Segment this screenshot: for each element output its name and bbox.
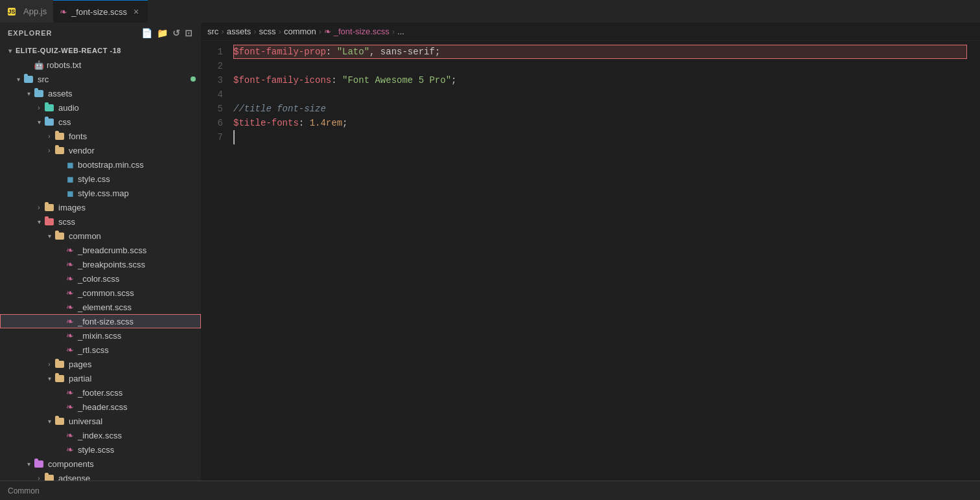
code-line-3: $font-family-icons: "Font Awesome 5 Pro"… (233, 73, 967, 87)
audio-arrow (34, 102, 44, 113)
editor-area: src › assets › scss › common › ❧ _font-s… (201, 23, 980, 481)
sidebar-item-mixin-scss[interactable]: ❧ _mixin.scss (0, 328, 201, 343)
sidebar-item-style-scss[interactable]: ❧ style.scss (0, 442, 201, 457)
partial-arrow (44, 373, 54, 383)
sidebar-item-rtl-scss[interactable]: ❧ _rtl.scss (0, 343, 201, 357)
src-arrow (13, 74, 23, 84)
color-scss-label: _color.scss (78, 274, 119, 284)
bootstrap-css-icon: ◼ (65, 159, 75, 170)
collapse-all-icon[interactable]: ⊡ (185, 28, 193, 38)
common-label: common (69, 231, 101, 241)
sidebar-header: EXPLORER 📄 📁 ↺ ⊡ (0, 23, 201, 43)
element-scss-icon: ❧ (65, 302, 75, 312)
universal-arrow (44, 416, 54, 426)
scss-label: scss (58, 217, 75, 227)
sidebar-item-robots[interactable]: 🤖 robots.txt (0, 58, 201, 72)
new-file-icon[interactable]: 📄 (141, 28, 153, 38)
images-folder-icon (44, 202, 54, 212)
code-editor[interactable]: 1 2 3 4 5 6 7 $font-family-prop: "Lato",… (201, 41, 980, 481)
project-arrow (5, 45, 16, 56)
bottom-panel: Common (0, 481, 980, 500)
no-arrow-el (54, 302, 65, 312)
sidebar-item-adsense[interactable]: adsense (0, 471, 201, 481)
element-scss-label: _element.scss (78, 302, 132, 312)
bottom-label: Common (8, 486, 40, 495)
sidebar-header-icons: 📄 📁 ↺ ⊡ (141, 28, 193, 38)
sidebar-item-images[interactable]: images (0, 200, 201, 214)
sidebar-title: EXPLORER (8, 29, 52, 37)
rtl-scss-icon: ❧ (65, 345, 75, 355)
sidebar-item-bootstrap[interactable]: ◼ bootstrap.min.css (0, 157, 201, 172)
sidebar-item-style-css[interactable]: ◼ style.css (0, 172, 201, 186)
sidebar-content: ELITE-QUIZ-WEB-REACT -18 🤖 robots.txt sr… (0, 43, 201, 481)
tab-app-js[interactable]: JS App.js (0, 0, 53, 23)
components-arrow (23, 459, 34, 469)
pages-arrow (44, 359, 54, 369)
audio-folder-icon (44, 102, 54, 113)
common-scss-icon: ❧ (65, 288, 75, 298)
footer-scss-label: _footer.scss (78, 388, 122, 398)
sidebar-item-index-scss[interactable]: ❧ _index.scss (0, 428, 201, 442)
breadcrumb-scss: scss (259, 27, 276, 36)
tab-font-size-scss-label: _font-size.scss (71, 7, 127, 17)
partial-label: partial (69, 374, 91, 383)
sidebar-item-breadcrumb-scss[interactable]: ❧ _breadcrumb.scss (0, 243, 201, 257)
sidebar-item-color-scss[interactable]: ❧ _color.scss (0, 271, 201, 286)
code-line-7 (233, 130, 967, 144)
robots-icon: 🤖 (34, 60, 44, 70)
sidebar-item-font-size-scss[interactable]: ❧ _font-size.scss (0, 314, 201, 328)
new-folder-icon[interactable]: 📁 (157, 28, 169, 38)
sidebar-item-pages[interactable]: pages (0, 357, 201, 371)
breakpoints-scss-label: _breakpoints.scss (78, 260, 145, 269)
font-size-scss-icon: ❧ (65, 316, 75, 326)
sidebar-item-element-scss[interactable]: ❧ _element.scss (0, 300, 201, 314)
sidebar-item-src[interactable]: src (0, 72, 201, 86)
breadcrumb: src › assets › scss › common › ❧ _font-s… (201, 23, 980, 41)
code-var-3: $font-family-icons (233, 73, 331, 87)
sidebar-item-footer-scss[interactable]: ❧ _footer.scss (0, 385, 201, 400)
refresh-icon[interactable]: ↺ (172, 28, 181, 38)
sidebar-item-css[interactable]: css (0, 115, 201, 129)
line-numbers: 1 2 3 4 5 6 7 (201, 45, 233, 481)
no-arrow-fs (54, 316, 65, 326)
sidebar-item-style-css-map[interactable]: ◼ style.css.map (0, 186, 201, 200)
sidebar-item-vendor[interactable]: vendor (0, 143, 201, 157)
sidebar-item-scss[interactable]: scss (0, 214, 201, 229)
rtl-scss-label: _rtl.scss (78, 345, 109, 355)
sidebar-item-header-scss[interactable]: ❧ _header.scss (0, 400, 201, 414)
sidebar-item-assets[interactable]: assets (0, 86, 201, 100)
sidebar-item-common-scss[interactable]: ❧ _common.scss (0, 286, 201, 300)
pages-folder-icon (54, 359, 65, 369)
style-css-map-label: style.css.map (78, 188, 129, 198)
tab-font-size-scss[interactable]: ❧ _font-size.scss × (53, 0, 148, 23)
no-arrow-foot (54, 387, 65, 398)
tab-close-button[interactable]: × (131, 6, 141, 17)
style-css-map-icon: ◼ (65, 188, 75, 198)
main-area: EXPLORER 📄 📁 ↺ ⊡ ELITE-QUIZ-WEB-REACT -1… (0, 23, 980, 481)
breadcrumb-common: common (284, 27, 316, 36)
sidebar-item-common[interactable]: common (0, 229, 201, 243)
robots-label: robots.txt (47, 60, 81, 70)
vendor-label: vendor (69, 146, 95, 155)
sidebar-item-audio[interactable]: audio (0, 100, 201, 115)
sidebar-item-universal[interactable]: universal (0, 414, 201, 428)
project-name[interactable]: ELITE-QUIZ-WEB-REACT -18 (0, 43, 201, 58)
sidebar-item-components[interactable]: components (0, 457, 201, 471)
tab-app-js-label: App.js (23, 6, 47, 16)
src-modified-dot (191, 76, 196, 82)
assets-folder-icon (34, 88, 44, 98)
header-scss-icon: ❧ (65, 402, 75, 412)
sidebar-item-breakpoints-scss[interactable]: ❧ _breakpoints.scss (0, 257, 201, 271)
breadcrumb-scss-label: _breadcrumb.scss (78, 245, 146, 255)
sidebar-item-partial[interactable]: partial (0, 371, 201, 385)
code-var-1: $font-family-prop (233, 45, 326, 59)
src-folder-icon (23, 74, 34, 84)
fonts-label: fonts (69, 131, 87, 141)
no-arrow-styl (54, 444, 65, 455)
audio-label: audio (58, 103, 79, 113)
fonts-folder-icon (54, 131, 65, 141)
no-arrow-mix (54, 330, 65, 341)
scss-arrow (34, 216, 44, 227)
color-scss-icon: ❧ (65, 273, 75, 284)
sidebar-item-fonts[interactable]: fonts (0, 129, 201, 143)
